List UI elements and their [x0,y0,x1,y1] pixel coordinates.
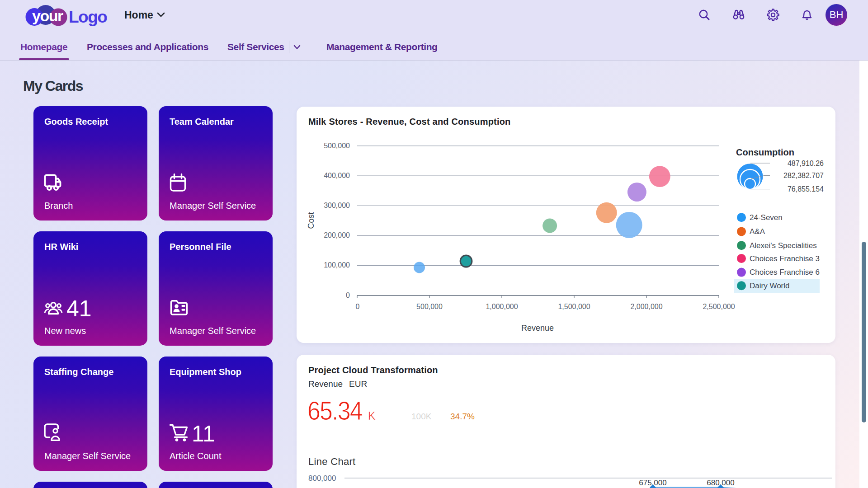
svg-text:1,000,000: 1,000,000 [486,303,518,310]
svg-text:500,000: 500,000 [324,142,350,150]
svg-text:Project Cloud Transformation: Project Cloud Transformation [308,365,438,375]
svg-text:Choices Franchise 6: Choices Franchise 6 [750,268,820,277]
svg-text:Revenue: Revenue [521,324,554,333]
svg-text:2,500,000: 2,500,000 [703,303,735,310]
svg-text:EUR: EUR [349,379,367,389]
svg-text:Alexei's Specialities: Alexei's Specialities [750,241,817,250]
svg-text:400,000: 400,000 [324,172,350,179]
svg-text:K: K [368,409,376,422]
svg-text:Milk Stores - Revenue, Cost an: Milk Stores - Revenue, Cost and Consumpt… [308,117,511,127]
svg-text:34.7%: 34.7% [450,412,475,421]
svg-text:300,000: 300,000 [324,202,350,209]
svg-text:100K: 100K [411,412,432,421]
svg-text:your: your [32,7,63,24]
svg-text:200,000: 200,000 [324,231,350,239]
svg-text:100,000: 100,000 [324,261,350,269]
svg-text:Consumption: Consumption [736,147,794,157]
svg-text:65.34: 65.34 [307,397,362,426]
svg-text:500,000: 500,000 [416,303,443,310]
svg-text:Line Chart: Line Chart [308,456,356,467]
svg-text:Logo: Logo [69,8,107,26]
svg-text:487,910.26: 487,910.26 [788,160,824,167]
svg-text:0: 0 [346,291,350,299]
svg-text:76,855.154: 76,855.154 [788,185,824,193]
svg-text:282,382.707: 282,382.707 [783,172,824,179]
svg-text:0: 0 [356,303,360,310]
svg-text:Dairy World: Dairy World [750,282,789,290]
svg-text:Choices Franchise 3: Choices Franchise 3 [750,254,820,263]
svg-text:2,000,000: 2,000,000 [630,303,662,310]
svg-text:A&A: A&A [750,227,765,236]
svg-text:Revenue: Revenue [308,379,343,389]
svg-text:1,500,000: 1,500,000 [558,303,590,310]
svg-text:24-Seven: 24-Seven [750,213,783,222]
svg-text:Cost: Cost [307,212,316,229]
svg-text:800,000: 800,000 [308,474,336,483]
